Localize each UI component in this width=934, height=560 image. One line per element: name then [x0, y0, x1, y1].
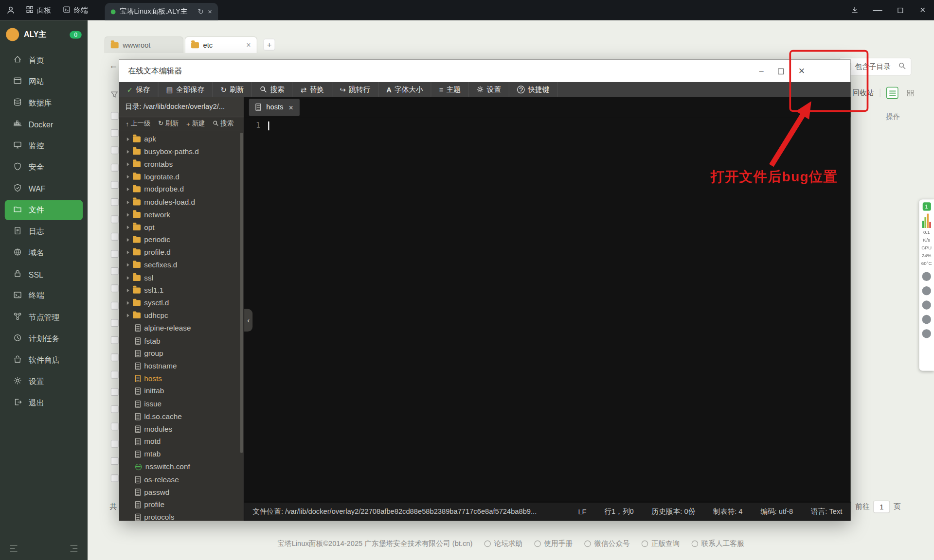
font-size-button[interactable]: A字体大小	[378, 82, 431, 97]
sidebar-menu-icon[interactable]	[70, 543, 78, 554]
tree-file[interactable]: motd	[119, 436, 244, 448]
tree-file[interactable]: alpine-release	[119, 322, 244, 334]
sidebar-item-security[interactable]: 安全	[0, 157, 88, 178]
tree-folder[interactable]: opt	[119, 221, 244, 234]
tree-folder[interactable]: profile.d	[119, 246, 244, 259]
tab-width-indicator[interactable]: 制表符: 4	[713, 507, 742, 517]
row-checkbox[interactable]	[111, 440, 119, 448]
browser-page-tab[interactable]: 宝塔Linux面板.ALY主 ↻ ×	[105, 3, 218, 20]
new-file-button[interactable]: +新建	[183, 119, 208, 128]
tree-file[interactable]: inittab	[119, 385, 244, 398]
monitor-widget[interactable]: 1 0.1 K/s CPU 24% 60°C	[919, 199, 934, 371]
row-checkbox[interactable]	[111, 336, 119, 344]
tab-close-icon[interactable]: ×	[246, 40, 251, 49]
footer-link-verify[interactable]: 正版查询	[642, 539, 680, 549]
sidebar-item-ssl[interactable]: SSL	[0, 263, 88, 285]
tree-folder[interactable]: busybox-paths.d	[119, 145, 244, 158]
maximize-icon[interactable]	[889, 0, 912, 20]
tree-file-hosts-selected[interactable]: hosts	[119, 372, 244, 385]
tree-folder[interactable]: apk	[119, 133, 244, 145]
editor-fullscreen-icon[interactable]	[778, 66, 784, 76]
tree-folder[interactable]: ssl	[119, 271, 244, 284]
shortcuts-button[interactable]: ?快捷键	[509, 82, 557, 97]
row-checkbox[interactable]	[111, 164, 119, 172]
theme-button[interactable]: ≡主题	[431, 82, 469, 97]
tree-folder[interactable]: crontabs	[119, 158, 244, 171]
tree-folder[interactable]: network	[119, 209, 244, 221]
row-checkbox[interactable]	[111, 474, 119, 482]
row-checkbox[interactable]	[111, 457, 119, 465]
search-button[interactable]: 搜索	[252, 82, 293, 97]
editor-settings-button[interactable]: 设置	[469, 82, 509, 97]
sidebar-item-nodes[interactable]: 节点管理	[0, 307, 88, 328]
sidebar-item-website[interactable]: 网站	[0, 71, 88, 92]
row-checkbox[interactable]	[111, 388, 119, 396]
row-checkbox[interactable]	[111, 353, 119, 361]
message-count-badge[interactable]: 0	[70, 31, 82, 38]
minimize-icon[interactable]: —	[866, 0, 889, 20]
tree-file[interactable]: issue	[119, 398, 244, 410]
goto-line-button[interactable]: ↪跳转行	[332, 82, 379, 97]
sidebar-item-files[interactable]: 文件	[5, 200, 83, 220]
tree-file[interactable]: ld.so.cache	[119, 410, 244, 423]
tree-folder[interactable]: sysctl.d	[119, 297, 244, 309]
tree-file[interactable]: group	[119, 347, 244, 360]
footer-link-forum[interactable]: 论坛求助	[485, 539, 522, 549]
tree-search-button[interactable]: 搜索	[210, 119, 236, 128]
widget-icon-5[interactable]	[922, 329, 931, 338]
tree-file[interactable]: os-release	[119, 473, 244, 486]
tab-close-icon[interactable]: ×	[208, 7, 212, 16]
footer-link-wechat[interactable]: 微信公众号	[585, 539, 630, 549]
browser-profile-icon[interactable]	[6, 5, 16, 15]
editor-tab-hosts[interactable]: hosts ×	[249, 99, 300, 116]
sidebar-collapse-icon[interactable]	[10, 543, 18, 554]
sidebar-item-logs[interactable]: 日志	[0, 221, 88, 242]
widget-icon-2[interactable]	[922, 286, 931, 295]
tree-refresh-button[interactable]: ↻刷新	[155, 119, 181, 128]
tab-etc[interactable]: etc ×	[185, 36, 257, 53]
row-checkbox[interactable]	[111, 284, 119, 292]
save-button[interactable]: ✓保存	[119, 82, 159, 97]
tree-file[interactable]: passwd	[119, 486, 244, 498]
tree-scrollbar[interactable]	[240, 133, 243, 453]
line-ending-indicator[interactable]: LF	[578, 508, 586, 516]
tab-refresh-icon[interactable]: ↻	[198, 7, 203, 16]
sidebar-item-domain[interactable]: 域名	[0, 242, 88, 263]
encoding-indicator[interactable]: 编码: utf-8	[760, 507, 793, 517]
footer-link-manual[interactable]: 使用手册	[535, 539, 573, 549]
tree-file[interactable]: profile	[119, 498, 244, 511]
pinned-tab-terminal[interactable]: 终端	[57, 0, 94, 20]
row-checkbox[interactable]	[111, 302, 119, 310]
row-checkbox[interactable]	[111, 181, 119, 189]
tree-folder[interactable]: modprobe.d	[119, 183, 244, 196]
tree-collapse-handle[interactable]: ‹	[244, 309, 252, 332]
sidebar-item-home[interactable]: 首页	[0, 50, 88, 71]
row-checkbox[interactable]	[111, 422, 119, 430]
row-checkbox[interactable]	[111, 233, 119, 241]
list-view-icon[interactable]	[886, 87, 898, 99]
save-all-button[interactable]: ▤全部保存	[159, 82, 213, 97]
editor-tab-close-icon[interactable]: ×	[288, 103, 293, 111]
row-checkbox[interactable]	[111, 250, 119, 258]
sidebar-user[interactable]: ALY主 0	[0, 20, 88, 46]
tree-folder[interactable]: ssl1.1	[119, 284, 244, 297]
widget-icon-1[interactable]	[922, 272, 931, 281]
row-checkbox[interactable]	[111, 371, 119, 379]
back-arrow-icon[interactable]: ←	[109, 60, 118, 70]
sidebar-item-logout[interactable]: 退出	[0, 392, 88, 414]
row-checkbox[interactable]	[111, 215, 119, 223]
sidebar-item-monitor[interactable]: 监控	[0, 135, 88, 157]
widget-icon-3[interactable]	[922, 300, 931, 309]
row-checkbox[interactable]	[111, 129, 119, 137]
row-checkbox[interactable]	[111, 146, 119, 154]
sidebar-item-database[interactable]: 数据库	[0, 92, 88, 114]
tree-file[interactable]: mtab	[119, 448, 244, 461]
widget-icon-4[interactable]	[922, 315, 931, 324]
editor-minimize-icon[interactable]: −	[759, 66, 764, 76]
row-checkbox[interactable]	[111, 112, 119, 120]
history-versions-button[interactable]: 历史版本: 0份	[652, 507, 696, 517]
tree-file[interactable]: protocols	[119, 511, 244, 521]
filter-icon[interactable]	[111, 90, 118, 101]
sidebar-item-waf[interactable]: WAF	[0, 178, 88, 199]
up-level-button[interactable]: ↑上一级	[123, 119, 153, 128]
